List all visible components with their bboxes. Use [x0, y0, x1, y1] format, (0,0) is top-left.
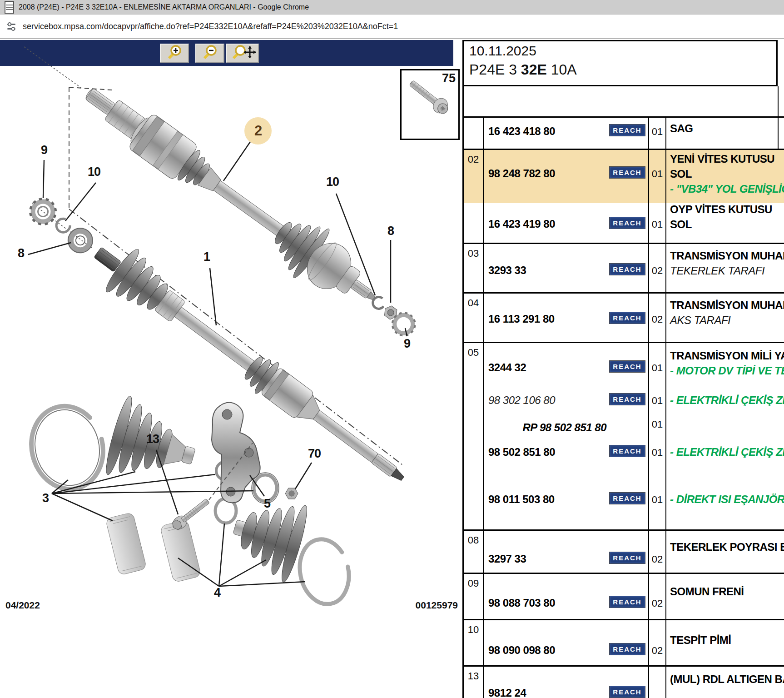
table-row-group[interactable]: 1098 090 098 80REACH02TESPİT PİMİ — [464, 619, 784, 665]
quantity-value: 01 — [649, 395, 665, 407]
item-number-cell: 03 — [464, 244, 484, 292]
part-number[interactable]: 98 302 106 80 — [488, 394, 555, 407]
part-number[interactable]: 9812 24 — [488, 687, 526, 698]
part-number[interactable]: 98 502 851 80 — [488, 446, 555, 459]
description-line: (MUL) RDL ALTIGEN BA — [670, 673, 784, 686]
quantity-cell: 02 — [649, 244, 666, 292]
part-number-cell[interactable]: 16 113 291 80REACH — [484, 294, 649, 342]
part-number-cell[interactable]: 3244 32REACH — [484, 343, 649, 389]
part-number-cell[interactable]: 16 423 419 80REACH — [484, 203, 649, 243]
callout-3: 3 — [42, 491, 49, 505]
quantity-cell: 02 — [649, 531, 666, 573]
table-row-group[interactable]: 0298 248 782 80REACH01YENİ VİTES KUTUSUS… — [464, 149, 784, 243]
quantity-cell: 01 — [649, 343, 666, 389]
description-cell: - DİREKT ISI EŞANJÖRL — [666, 480, 784, 529]
reach-badge[interactable]: REACH — [609, 393, 645, 405]
quantity-value: 01 — [649, 168, 665, 180]
description-line: SOL — [670, 168, 692, 180]
part-number-cell[interactable]: 3297 33REACH — [484, 531, 649, 573]
description-cell: - ELEKTRİKLİ ÇEKİŞ Zİ — [666, 437, 784, 480]
quantity-cell: 01 — [649, 480, 666, 529]
description-cell: - ELEKTRİKLİ ÇEKİŞ Zİ — [666, 389, 784, 418]
table-row-group[interactable]: 033293 33REACH02TRANSMİSYON MUHAFTEKERLE… — [464, 243, 784, 292]
part-number[interactable]: 16 113 291 80 — [488, 313, 555, 325]
part-number-cell[interactable]: RP 98 502 851 80 — [484, 418, 649, 437]
boot-clamp-large-left — [23, 399, 112, 497]
description-line: - "VB34" YOL GENİŞLİĞ — [670, 183, 784, 195]
quantity-cell: 01 — [649, 118, 666, 149]
part-number-cell[interactable]: 98 502 851 80REACH — [484, 437, 649, 480]
driveshaft-illustration — [0, 0, 460, 698]
figure-reference: P24E 3 32E 10A — [469, 61, 577, 78]
part-number[interactable]: 3244 32 — [488, 361, 526, 374]
part-number-cell[interactable]: 98 248 782 80REACH — [484, 150, 649, 203]
table-row-group[interactable]: 053244 32REACH01TRANSMİSYON MİLİ YA- MOT… — [464, 342, 784, 529]
table-row-group[interactable]: 0998 088 703 80REACH02SOMUN FRENİ — [464, 573, 784, 619]
part-number[interactable]: 98 011 503 80 — [488, 493, 555, 506]
description-line: - MOTOR DV TİPİ VE TE — [670, 364, 784, 377]
part-number[interactable]: 98 090 098 80 — [488, 644, 555, 657]
part-number-cell[interactable]: 3293 33REACH — [484, 244, 649, 292]
part-number-cell[interactable]: 98 011 503 80REACH — [484, 480, 649, 529]
inset-box-75: 75 — [400, 69, 460, 140]
description-cell: SAG — [666, 118, 784, 149]
reach-badge[interactable]: REACH — [609, 312, 645, 324]
reach-badge[interactable]: REACH — [609, 263, 645, 275]
reach-badge[interactable]: REACH — [609, 643, 645, 655]
quantity-value: 02 — [649, 645, 665, 657]
item-number-cell: 04 — [464, 294, 484, 342]
reach-badge[interactable]: REACH — [609, 686, 645, 698]
table-row-group[interactable]: 139812 24REACH(MUL) RDL ALTIGEN BA — [464, 665, 784, 698]
callout-9: 9 — [41, 143, 47, 157]
reach-badge[interactable]: REACH — [609, 166, 645, 179]
table-scroll-gap — [462, 86, 779, 116]
description-line: TRANSMİSYON MUHAF — [670, 249, 784, 262]
reach-badge[interactable]: REACH — [609, 217, 645, 229]
reach-badge[interactable]: REACH — [609, 360, 645, 373]
driveshaft-right — [6, 22, 432, 352]
reach-badge[interactable]: REACH — [609, 492, 645, 504]
part-number[interactable]: 3293 33 — [488, 264, 526, 277]
part-number[interactable]: 98 248 782 80 — [488, 167, 555, 180]
bracket-nut — [285, 488, 298, 499]
description-line: TEKERLEK TARAFI — [670, 264, 764, 277]
part-number-cell[interactable]: 9812 24REACH — [484, 667, 649, 698]
table-row-group[interactable]: 0416 113 291 80REACH02TRANSMİSYON MUHAFA… — [464, 292, 784, 342]
item-number-cell — [464, 118, 484, 149]
exploded-diagram: 75 04/2022 00125979 91082101891370534 — [0, 0, 460, 698]
description-line: - ELEKTRİKLİ ÇEKİŞ Zİ — [670, 446, 784, 459]
reach-badge[interactable]: REACH — [609, 124, 645, 136]
table-row-group[interactable]: 083297 33REACH02TEKERLEK POYRASI BO — [464, 529, 784, 573]
description-cell: TRANSMİSYON MUHAFTEKERLEK TARAFI — [666, 244, 784, 292]
quantity-cell: 02 — [649, 620, 666, 665]
description-line: TESPİT PİMİ — [670, 634, 731, 647]
quantity-value: 01 — [649, 126, 665, 138]
diagram-date: 04/2022 — [5, 600, 40, 611]
part-number[interactable]: RP 98 502 851 80 — [522, 421, 606, 434]
quantity-cell: 01 — [649, 418, 666, 437]
part-number[interactable]: 98 088 703 80 — [488, 597, 555, 609]
quantity-cell — [649, 667, 666, 698]
callout-8: 8 — [387, 224, 394, 238]
part-number-cell[interactable]: 98 088 703 80REACH — [484, 574, 649, 619]
part-number[interactable]: 16 423 419 80 — [488, 218, 555, 230]
quantity-value: 01 — [649, 362, 665, 374]
description-line: - ELEKTRİKLİ ÇEKİŞ Zİ — [670, 394, 784, 407]
quantity-cell: 01 — [649, 150, 666, 203]
reach-badge[interactable]: REACH — [609, 552, 645, 564]
part-number-cell[interactable]: 98 090 098 80REACH — [484, 620, 649, 665]
part-number[interactable]: 3297 33 — [488, 553, 526, 565]
quantity-value: 02 — [649, 598, 665, 609]
callout-10: 10 — [326, 175, 339, 189]
part-number[interactable]: 16 423 418 80 — [488, 125, 555, 138]
part-number-cell[interactable]: 16 423 418 80REACH — [484, 118, 649, 149]
description-cell: SOMUN FRENİ — [666, 574, 784, 619]
table-row-group[interactable]: 16 423 418 80REACH01SAG — [464, 116, 784, 149]
quantity-value: 01 — [649, 219, 665, 230]
description-line: TRANSMİSYON MUHAF — [670, 299, 784, 312]
reach-badge[interactable]: REACH — [609, 596, 645, 608]
description-cell: OYP VİTES KUTUSUSOL — [666, 203, 784, 243]
item-number-cell: 05 — [464, 343, 484, 529]
part-number-cell[interactable]: 98 302 106 80REACH — [484, 389, 649, 418]
reach-badge[interactable]: REACH — [609, 445, 645, 457]
